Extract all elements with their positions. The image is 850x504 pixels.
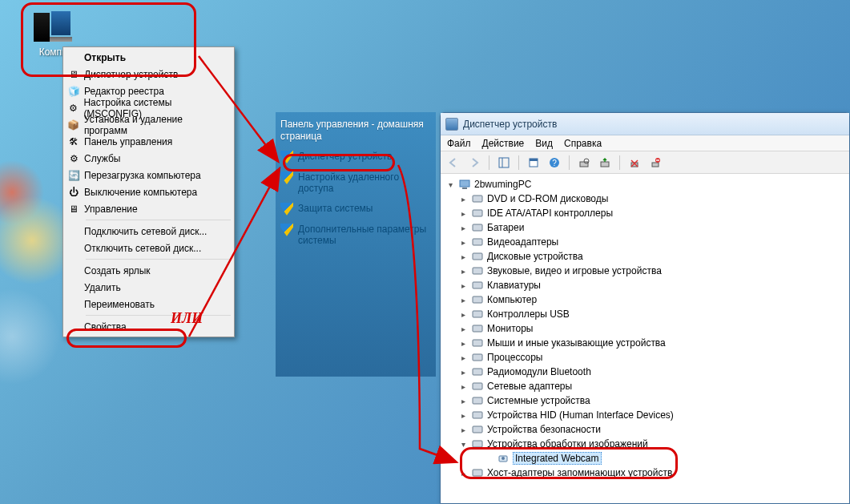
expand-icon[interactable]: ▸ bbox=[458, 324, 468, 333]
context-menu-item[interactable]: Свойства bbox=[65, 318, 232, 335]
expand-icon[interactable]: ▸ bbox=[458, 468, 468, 478]
control-panel-home-pane: Панель управления - домашняя страница Ди… bbox=[276, 112, 436, 377]
tree-node-label: Дисковые устройства bbox=[487, 251, 583, 262]
context-menu-item-label: Диспетчер устройств bbox=[84, 69, 178, 80]
context-menu-item-label: Управление bbox=[84, 204, 138, 215]
context-menu-item[interactable]: Удалить bbox=[65, 279, 232, 296]
cpl-link[interactable]: Настройка удаленного доступа bbox=[280, 171, 431, 195]
tree-category[interactable]: ▸IDE ATA/ATAPI контроллеры bbox=[445, 206, 844, 220]
expand-icon[interactable]: ▸ bbox=[458, 194, 468, 204]
device-icon bbox=[471, 409, 484, 421]
cpl-link[interactable]: Дополнительные параметры системы bbox=[280, 224, 431, 247]
tree-category[interactable]: ▸Мыши и иные указывающие устройства bbox=[445, 336, 844, 350]
tree-category[interactable]: ▸Системные устройства bbox=[445, 393, 844, 408]
collapse-icon[interactable]: ▾ bbox=[445, 179, 455, 189]
cpl-link[interactable]: Диспетчер устройств bbox=[280, 151, 431, 163]
cpl-link-label: Дополнительные параметры системы bbox=[298, 224, 431, 247]
context-menu-item[interactable]: ⏻Выключение компьютера bbox=[65, 183, 232, 200]
menu-view[interactable]: Вид bbox=[535, 138, 553, 149]
uninstall-button[interactable] bbox=[626, 155, 643, 171]
tree-node-label: Сетевые адаптеры bbox=[487, 381, 572, 392]
restart-icon: 🔄 bbox=[66, 169, 81, 182]
programs-icon: 📦 bbox=[66, 119, 81, 131]
menu-file[interactable]: Файл bbox=[447, 138, 471, 149]
blank-icon bbox=[66, 264, 81, 277]
svg-rect-6 bbox=[580, 162, 588, 167]
tree-category[interactable]: ▸Радиомодули Bluetooth bbox=[445, 365, 844, 379]
context-menu-item[interactable]: 📦Установка и удаление программ bbox=[65, 116, 232, 133]
tree-category[interactable]: ▸Батареи bbox=[445, 220, 844, 235]
expand-icon[interactable]: ▸ bbox=[458, 396, 468, 405]
titlebar[interactable]: Диспетчер устройств bbox=[441, 113, 849, 135]
expand-icon[interactable]: ▸ bbox=[458, 295, 468, 304]
context-menu-item-label: Отключить сетевой диск... bbox=[84, 243, 201, 254]
expand-icon[interactable]: ▸ bbox=[458, 338, 468, 348]
cpl-link[interactable]: Защита системы bbox=[280, 203, 431, 216]
tree-leaf[interactable]: Integrated Webcam bbox=[445, 451, 844, 466]
tree-category[interactable]: ▸Устройства HID (Human Interface Devices… bbox=[445, 408, 844, 422]
shutdown-icon: ⏻ bbox=[66, 186, 81, 199]
tree-category[interactable]: ▸Дисковые устройства bbox=[445, 249, 844, 264]
context-menu-item[interactable]: Создать ярлык bbox=[65, 262, 232, 279]
expand-icon[interactable]: ▸ bbox=[458, 425, 468, 434]
device-tree[interactable]: ▾2bwumingPC▸DVD и CD-ROM дисководы▸IDE A… bbox=[441, 174, 849, 503]
context-menu-separator bbox=[86, 259, 231, 260]
control-panel-icon: 🛠 bbox=[66, 135, 81, 148]
context-menu-item[interactable]: Открыть bbox=[65, 49, 232, 66]
context-menu-item[interactable]: 🔄Перезагрузка компьютера bbox=[65, 167, 232, 183]
tree-category[interactable]: ▸Контроллеры USB bbox=[445, 307, 844, 321]
scan-hardware-button[interactable] bbox=[576, 155, 592, 171]
context-menu-item[interactable]: Подключить сетевой диск... bbox=[65, 223, 232, 240]
expand-icon[interactable]: ▸ bbox=[458, 309, 468, 319]
svg-rect-19 bbox=[473, 253, 482, 260]
expand-icon[interactable]: ▸ bbox=[458, 353, 468, 362]
expand-icon[interactable]: ▸ bbox=[458, 367, 468, 377]
menu-action[interactable]: Действие bbox=[482, 138, 525, 149]
disable-button[interactable] bbox=[647, 155, 663, 171]
context-menu-item[interactable]: 🖥Диспетчер устройств bbox=[65, 66, 232, 83]
tree-node-label: Устройства HID (Human Interface Devices) bbox=[487, 409, 674, 421]
device-icon bbox=[471, 394, 484, 407]
tree-category[interactable]: ▸Видеоадаптеры bbox=[445, 235, 844, 249]
context-menu-item[interactable]: ⚙Службы bbox=[65, 150, 232, 167]
expand-icon[interactable]: ▸ bbox=[458, 223, 468, 232]
device-icon bbox=[471, 308, 484, 321]
update-driver-button[interactable] bbox=[597, 155, 613, 171]
tree-root[interactable]: ▾2bwumingPC bbox=[445, 177, 844, 192]
expand-icon[interactable]: ▸ bbox=[458, 266, 468, 276]
expand-icon[interactable]: ▸ bbox=[458, 237, 468, 247]
device-manager-icon: 🖥 bbox=[66, 68, 81, 81]
tree-category[interactable]: ▾Устройства обработки изображений bbox=[445, 437, 844, 451]
expand-icon[interactable]: ▸ bbox=[458, 410, 468, 420]
tree-node-label: Мыши и иные указывающие устройства bbox=[487, 337, 666, 349]
properties-button[interactable] bbox=[526, 155, 542, 171]
device-icon bbox=[471, 264, 484, 277]
context-menu-item-label: Редактор реестра bbox=[84, 86, 164, 97]
context-menu-item-label: Установка и удаление программ bbox=[84, 114, 228, 136]
expand-icon[interactable]: ▸ bbox=[458, 252, 468, 261]
tree-category[interactable]: ▸DVD и CD-ROM дисководы bbox=[445, 192, 844, 206]
context-menu-item[interactable]: Переименовать bbox=[65, 296, 232, 312]
shield-icon bbox=[280, 151, 293, 163]
help-button[interactable]: ? bbox=[546, 155, 562, 171]
svg-rect-13 bbox=[460, 180, 469, 187]
svg-rect-8 bbox=[601, 162, 609, 167]
expand-icon[interactable]: ▸ bbox=[458, 280, 468, 290]
collapse-icon[interactable]: ▾ bbox=[458, 439, 468, 449]
device-icon bbox=[458, 178, 471, 191]
tree-category[interactable]: ▸Клавиатуры bbox=[445, 278, 844, 292]
tree-category[interactable]: ▸Устройства безопасности bbox=[445, 422, 844, 437]
show-hide-tree-button[interactable] bbox=[496, 155, 512, 171]
tree-node-label: Устройства безопасности bbox=[487, 424, 601, 435]
context-menu-item[interactable]: 🖥Управление bbox=[65, 200, 232, 217]
tree-category[interactable]: ▸Хост-адаптеры запоминающих устройств bbox=[445, 466, 844, 480]
tree-category[interactable]: ▸Процессоры bbox=[445, 350, 844, 365]
expand-icon[interactable]: ▸ bbox=[458, 208, 468, 218]
menu-help[interactable]: Справка bbox=[564, 138, 602, 149]
tree-category[interactable]: ▸Мониторы bbox=[445, 321, 844, 336]
tree-category[interactable]: ▸Сетевые адаптеры bbox=[445, 379, 844, 393]
tree-category[interactable]: ▸Звуковые, видео и игровые устройства bbox=[445, 264, 844, 278]
expand-icon[interactable]: ▸ bbox=[458, 381, 468, 391]
context-menu-item[interactable]: Отключить сетевой диск... bbox=[65, 240, 232, 256]
tree-category[interactable]: ▸Компьютер bbox=[445, 292, 844, 307]
